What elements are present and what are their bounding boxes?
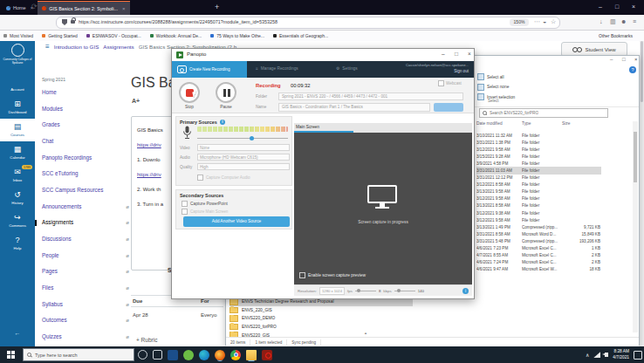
zoom-level-badge[interactable]: 150% bbox=[510, 18, 529, 26]
bookmark-item[interactable]: Essentials of Geograph... bbox=[273, 33, 328, 38]
back-icon[interactable]: ← bbox=[7, 3, 14, 10]
global-nav-item[interactable]: ? Help bbox=[0, 232, 35, 255]
file-row[interactable]: 3/12/2021 9:58 AM File folder bbox=[476, 216, 601, 223]
audio-source-dropdown[interactable]: Microphone (HD Webcam C615) bbox=[197, 154, 290, 161]
cortana-icon[interactable] bbox=[138, 350, 147, 360]
forward-icon[interactable]: → bbox=[19, 3, 26, 10]
url-text[interactable]: https://scc.instructure.com/courses/2088… bbox=[79, 19, 504, 24]
window-maximize-button[interactable]: □ bbox=[615, 3, 619, 11]
browser-tab[interactable]: GIS Basics Section 2: Symboli... × bbox=[38, 1, 129, 15]
library-icon[interactable]: ▥ bbox=[610, 18, 616, 25]
volume-slider-knob[interactable] bbox=[250, 136, 254, 140]
panopto-minimize-button[interactable]: – bbox=[442, 51, 445, 57]
file-name-row[interactable]: ENVS220_DEMO bbox=[230, 314, 413, 323]
start-button[interactable] bbox=[7, 351, 15, 359]
lock-icon[interactable] bbox=[71, 20, 75, 24]
blue-app-icon[interactable] bbox=[168, 350, 178, 360]
help-icon[interactable]: ? bbox=[629, 66, 636, 73]
acrobat-icon[interactable] bbox=[262, 350, 272, 360]
action-center-icon[interactable] bbox=[634, 351, 642, 360]
course-nav-item[interactable]: Modules ø bbox=[42, 106, 117, 113]
file-row[interactable]: 4/6/2021 7:23 PM Microsoft Excel C... 1 … bbox=[476, 245, 601, 252]
fps-slider[interactable] bbox=[355, 291, 376, 291]
global-nav-item[interactable]: Account bbox=[0, 73, 35, 96]
window-close-button[interactable]: × bbox=[632, 3, 635, 11]
arcgis-pro-icon[interactable] bbox=[183, 350, 194, 360]
course-nav-item[interactable]: Quizzes ø bbox=[42, 334, 117, 340]
sign-out-link[interactable]: Sign out bbox=[454, 69, 469, 73]
clock[interactable]: 8:28 AM 4/7/2021 bbox=[613, 349, 629, 360]
file-row[interactable]: 3/13/2021 9:58 AM File folder bbox=[476, 188, 601, 195]
course-nav-item[interactable]: Outcomes ø bbox=[42, 318, 117, 324]
pause-button[interactable] bbox=[216, 82, 236, 103]
file-row[interactable]: 3/15/2021 9:28 AM File folder bbox=[476, 153, 601, 160]
course-nav-item[interactable]: Syllabus ø bbox=[42, 302, 117, 308]
file-row[interactable]: 3/12/2021 9:58 AM File folder bbox=[476, 146, 601, 153]
enable-preview-checkbox[interactable]: Enable screen capture preview bbox=[299, 272, 366, 278]
explorer-maximize-button[interactable]: □ bbox=[622, 57, 626, 62]
file-name-row[interactable]: ENVS_220_GIS bbox=[230, 306, 413, 315]
new-tab-button[interactable]: + bbox=[215, 3, 219, 11]
taskbar-search-input[interactable]: Type here to search bbox=[23, 348, 134, 361]
select-none-button[interactable]: Select none bbox=[477, 84, 608, 91]
bookmark-item[interactable]: Workbook: Annual De... bbox=[150, 33, 202, 38]
column-date-modified[interactable]: Date modified bbox=[476, 121, 522, 126]
chrome-icon[interactable] bbox=[230, 350, 241, 360]
course-nav-item[interactable]: Assignments ø bbox=[35, 220, 117, 226]
course-nav-item[interactable]: Discussions ø bbox=[42, 236, 117, 243]
file-row[interactable]: 3/10/2021 11:32 AM File folder bbox=[476, 132, 601, 139]
network-icon[interactable] bbox=[593, 352, 600, 358]
course-nav-item[interactable]: SCC eTutoring ø bbox=[42, 171, 117, 177]
webcast-checkbox[interactable]: Webcast bbox=[438, 80, 462, 86]
browser-scrollbar-thumb[interactable] bbox=[641, 41, 643, 102]
breadcrumb-item[interactable]: Introduction to GIS bbox=[54, 44, 99, 50]
capture-computer-audio-checkbox[interactable]: Capture Computer Audio bbox=[197, 175, 250, 181]
bookmark-item[interactable]: ESNWASOV - Occupat... bbox=[86, 33, 141, 38]
panopto-maximize-button[interactable]: □ bbox=[455, 51, 458, 57]
file-row[interactable]: 3/13/2021 8:58 AM File folder bbox=[476, 202, 601, 209]
explorer-close-button[interactable]: × bbox=[634, 57, 638, 62]
edge-icon[interactable] bbox=[199, 350, 209, 360]
file-row[interactable]: 3/31/2021 1:38 PM File folder bbox=[476, 139, 601, 146]
column-size[interactable]: Size bbox=[562, 121, 579, 126]
other-bookmarks-button[interactable]: Other Bookmarks bbox=[599, 33, 633, 38]
course-nav-item[interactable]: Chat ø bbox=[42, 139, 117, 145]
course-nav-toggle-icon[interactable]: ≡ bbox=[45, 43, 50, 51]
global-nav-item[interactable]: ▦ Calendar bbox=[0, 141, 35, 164]
bookmark-item[interactable]: Getting Started bbox=[42, 33, 78, 38]
course-nav-item[interactable]: Pages ø bbox=[42, 269, 117, 275]
speaker-icon[interactable] bbox=[605, 353, 608, 357]
name-side-button[interactable] bbox=[434, 103, 463, 112]
explorer-scrollbar-thumb[interactable] bbox=[634, 132, 637, 182]
file-row[interactable]: 3/9/2021 4:58 PM File folder bbox=[476, 160, 601, 167]
window-minimize-button[interactable]: – bbox=[599, 3, 602, 11]
main-screen-tab[interactable]: Main Screen bbox=[296, 125, 319, 129]
reload-icon[interactable]: ⟳ bbox=[31, 3, 38, 10]
global-nav-item[interactable]: ✉ Inbox 1789 bbox=[0, 164, 35, 187]
explorer-minimize-button[interactable]: – bbox=[610, 57, 613, 62]
info-icon[interactable]: i bbox=[462, 288, 469, 294]
course-nav-item[interactable]: Announcements ø bbox=[42, 204, 117, 210]
task-view-icon[interactable] bbox=[153, 350, 162, 360]
panopto-close-button[interactable]: × bbox=[468, 51, 471, 57]
file-row[interactable]: 3/31/2021 12:12 PM File folder bbox=[476, 175, 601, 182]
scroll-up-arrow-icon[interactable]: ▲ bbox=[364, 331, 367, 335]
global-nav-item[interactable]: ▤ Courses bbox=[0, 119, 35, 141]
file-row[interactable]: 3/12/2021 9:58 AM File folder bbox=[476, 195, 601, 202]
file-row[interactable]: 3/12/2021 9:38 AM File folder bbox=[476, 209, 601, 216]
account-icon[interactable]: ☻ bbox=[620, 18, 627, 24]
capture-powerpoint-checkbox[interactable]: Capture PowerPoint bbox=[182, 201, 228, 207]
file-name-row[interactable]: ENVS220_forPRO bbox=[230, 323, 413, 332]
course-nav-item[interactable]: People ø bbox=[42, 253, 117, 259]
tab-close-icon[interactable]: × bbox=[122, 6, 126, 11]
file-explorer-icon[interactable] bbox=[246, 350, 257, 360]
course-nav-item[interactable]: Grades ø bbox=[42, 122, 117, 128]
explorer-search-input[interactable]: Search ENVS220_forPRO bbox=[479, 108, 608, 118]
course-nav-item[interactable]: Panopto Recordings ø bbox=[42, 155, 117, 161]
add-video-source-button[interactable]: Add Another Video Source bbox=[183, 216, 290, 227]
info-icon[interactable]: i bbox=[220, 120, 225, 125]
file-row[interactable]: 3/31/2021 8:58 AM Microsoft Word D... 15… bbox=[476, 230, 601, 237]
capture-main-screen-checkbox[interactable]: Capture Main Screen bbox=[182, 209, 228, 215]
rubric-link[interactable]: + Rubric bbox=[136, 337, 157, 343]
downloads-icon[interactable]: ↓ bbox=[599, 18, 603, 24]
